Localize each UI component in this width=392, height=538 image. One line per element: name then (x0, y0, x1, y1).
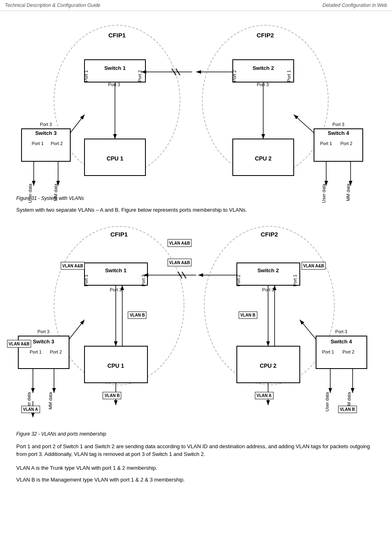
svg-text:Port 3: Port 3 (110, 287, 121, 292)
svg-text:User data: User data (28, 183, 32, 203)
header-left: Technical Description & Configuration Gu… (5, 2, 100, 8)
svg-rect-49 (84, 263, 147, 285)
svg-text:CFIP2: CFIP2 (256, 32, 274, 39)
header: Technical Description & Configuration Gu… (0, 0, 392, 11)
svg-text:Switch 1: Switch 1 (105, 267, 126, 273)
svg-text:Port 3: Port 3 (40, 122, 52, 127)
svg-text:User data: User data (325, 392, 329, 412)
svg-text:Port 2: Port 2 (342, 349, 354, 354)
svg-text:MM data: MM data (346, 183, 351, 201)
svg-text:Port 1: Port 1 (84, 274, 89, 286)
svg-text:CPU 2: CPU 2 (255, 155, 271, 162)
diagram2: CFIP1 CFIP2 Switch 1 Switch 2 Port 1 Por… (9, 218, 383, 430)
header-right: Detailed Configuration in Web (323, 2, 387, 8)
body-para3: VLAN B is the Management type VLAN with … (16, 476, 376, 484)
svg-text:Port 3: Port 3 (335, 329, 347, 334)
svg-text:CPU 1: CPU 1 (107, 362, 124, 369)
svg-text:Port 1: Port 1 (286, 70, 291, 82)
svg-text:Switch 3: Switch 3 (32, 338, 54, 345)
svg-text:VLAN A&B: VLAN A&B (9, 342, 29, 346)
diagram2-svg: CFIP1 CFIP2 Switch 1 Switch 2 Port 1 Por… (9, 218, 383, 430)
svg-text:MM data: MM data (48, 392, 53, 410)
svg-text:Switch 4: Switch 4 (327, 130, 349, 136)
svg-text:CFIP2: CFIP2 (260, 231, 278, 238)
svg-text:VLAN A&B: VLAN A&B (62, 264, 83, 268)
svg-text:CFIP1: CFIP1 (110, 231, 128, 238)
svg-text:VLAN A&B: VLAN A&B (169, 260, 190, 265)
svg-text:Port 2: Port 2 (137, 70, 142, 82)
svg-text:Switch 4: Switch 4 (330, 338, 352, 345)
body-para2: VLAN A is the Trunk type VLAN with port … (16, 464, 376, 472)
svg-text:CPU 2: CPU 2 (260, 362, 276, 369)
svg-text:Port 3: Port 3 (262, 287, 274, 292)
svg-text:Port 1: Port 1 (292, 274, 297, 286)
svg-text:Port 2: Port 2 (232, 70, 237, 82)
svg-line-65 (300, 320, 316, 339)
svg-text:CFIP1: CFIP1 (108, 32, 126, 39)
svg-text:VLAN B: VLAN B (340, 407, 355, 412)
svg-line-14 (70, 115, 84, 133)
svg-line-15 (294, 115, 314, 133)
diagram1: CFIP1 CFIP2 Switch 1 Switch 2 Port 1 Por… (13, 19, 379, 194)
svg-text:Port 2: Port 2 (51, 141, 63, 146)
figure32-caption: Figure 32 - VLANs and ports membership (16, 431, 376, 437)
svg-text:VLAN A: VLAN A (256, 393, 271, 398)
svg-text:Port 1: Port 1 (320, 141, 332, 146)
svg-line-64 (69, 320, 84, 339)
svg-text:Port 3: Port 3 (332, 122, 344, 127)
svg-text:Port 2: Port 2 (236, 274, 241, 286)
body-para1: Port 1 and port 2 of Switch 1 and Switch… (16, 443, 376, 458)
svg-text:Port 3: Port 3 (108, 82, 120, 87)
svg-text:Switch 1: Switch 1 (104, 65, 126, 71)
intro-text: System with two separate VLANs – A and B… (16, 206, 376, 214)
svg-text:VLAN B: VLAN B (130, 313, 145, 317)
svg-text:VLAN A: VLAN A (23, 407, 38, 412)
svg-text:Port 1: Port 1 (32, 141, 43, 146)
svg-text:MM data: MM data (53, 183, 58, 201)
svg-text:Port 2: Port 2 (141, 274, 146, 286)
svg-text:VLAN A&B: VLAN A&B (303, 264, 324, 268)
svg-text:Port 2: Port 2 (50, 349, 62, 354)
diagram1-svg: CFIP1 CFIP2 Switch 1 Switch 2 Port 1 Por… (13, 19, 379, 194)
svg-text:CPU 1: CPU 1 (106, 155, 123, 162)
svg-text:Port 3: Port 3 (257, 82, 269, 87)
svg-rect-50 (237, 263, 300, 285)
svg-text:Port 3: Port 3 (37, 329, 49, 334)
svg-text:Switch 3: Switch 3 (35, 130, 56, 136)
svg-text:VLAN B: VLAN B (240, 313, 255, 317)
svg-text:Port 1: Port 1 (30, 349, 41, 354)
svg-text:Port 2: Port 2 (340, 141, 352, 146)
svg-text:VLAN B: VLAN B (104, 393, 119, 398)
svg-text:Switch 2: Switch 2 (257, 267, 279, 273)
svg-text:Switch 2: Switch 2 (252, 65, 274, 71)
svg-text:Port 1: Port 1 (84, 70, 89, 82)
svg-text:Port 1: Port 1 (322, 349, 334, 354)
svg-text:User data: User data (321, 183, 326, 203)
svg-text:VLAN A&B: VLAN A&B (169, 241, 190, 245)
